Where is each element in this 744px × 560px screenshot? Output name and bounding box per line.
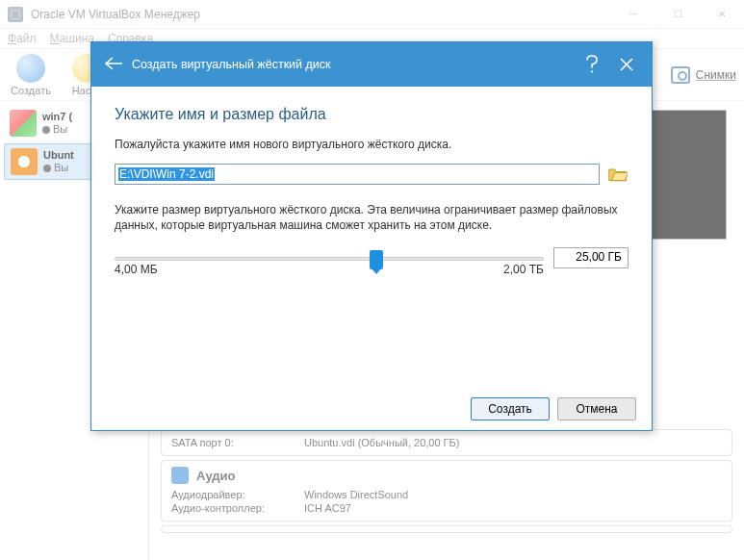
app-icon (8, 7, 23, 22)
dialog-footer: Создать Отмена (91, 386, 652, 430)
audio-controller-label: Аудио-контроллер: (171, 502, 287, 514)
next-section-edge (161, 525, 732, 533)
dialog-instruction-1: Пожалуйста укажите имя нового виртуально… (115, 137, 629, 152)
window-title: Oracle VM VirtualBox Менеджер (31, 8, 611, 21)
slider-thumb[interactable] (370, 250, 383, 269)
toolbar-snapshots[interactable]: Снимки (671, 66, 736, 84)
audio-driver-label: Аудиодрайвер: (171, 489, 287, 500)
back-button[interactable] (99, 55, 128, 75)
size-slider[interactable] (115, 257, 544, 261)
disk-path-value: E:\VDI\Win 7-2.vdi (118, 167, 215, 181)
dialog-heading: Укажите имя и размер файла (115, 106, 629, 123)
size-value-box[interactable]: 25,00 ГБ (553, 247, 629, 268)
toolbar-create-label: Создать (11, 85, 51, 96)
toolbar-snapshots-label: Снимки (696, 68, 736, 82)
menu-file[interactable]: Файл (8, 32, 37, 45)
dialog-body: Укажите имя и размер файла Пожалуйста ук… (91, 87, 652, 386)
slider-max-label: 2,00 ТБ (503, 263, 544, 276)
toolbar-create[interactable]: Создать (8, 54, 54, 96)
maximize-button[interactable]: ☐ (655, 0, 700, 29)
audio-controller-value: ICH AC97 (304, 502, 351, 514)
disk-path-input[interactable]: E:\VDI\Win 7-2.vdi (115, 164, 600, 185)
help-button[interactable] (575, 42, 609, 87)
dialog-instruction-2: Укажите размер виртуального жёсткого дис… (115, 202, 629, 233)
menu-machine[interactable]: Машина (50, 32, 94, 45)
create-disk-dialog: Создать виртуальный жёсткий диск Укажите… (90, 41, 653, 431)
dialog-close-button[interactable] (609, 42, 644, 87)
dialog-header: Создать виртуальный жёсткий диск (91, 42, 652, 87)
audio-driver-value: Windows DirectSound (304, 489, 408, 500)
storage-section: SATA порт 0: Ubuntu.vdi (Обычный, 20,00 … (161, 429, 732, 456)
vm-state: Вы (43, 162, 74, 174)
close-button[interactable]: ✕ (700, 0, 744, 29)
ubuntu-icon (11, 148, 38, 175)
size-slider-area: 25,00 ГБ 4,00 МБ 2,00 ТБ (115, 251, 629, 276)
vm-state: Вы (42, 123, 72, 136)
audio-section: Аудио Аудиодрайвер:Windows DirectSound А… (161, 460, 732, 522)
cancel-button[interactable]: Отмена (557, 397, 636, 420)
main-titlebar: Oracle VM VirtualBox Менеджер ─ ☐ ✕ (0, 0, 744, 29)
camera-icon (671, 66, 690, 84)
windows-icon (10, 110, 37, 137)
create-button[interactable]: Создать (471, 397, 550, 420)
browse-folder-button[interactable] (607, 164, 629, 185)
vm-name: Ubunt (43, 149, 74, 162)
minimize-button[interactable]: ─ (611, 0, 655, 29)
slider-min-label: 4,00 МБ (115, 263, 158, 276)
sata-port-value: Ubuntu.vdi (Обычный, 20,00 ГБ) (304, 437, 459, 448)
sata-port-label: SATA порт 0: (171, 437, 287, 448)
dialog-title: Создать виртуальный жёсткий диск (128, 58, 575, 71)
audio-heading: Аудио (196, 469, 235, 483)
speaker-icon (171, 467, 189, 484)
vm-name: win7 ( (42, 111, 72, 123)
sun-icon (16, 54, 45, 83)
